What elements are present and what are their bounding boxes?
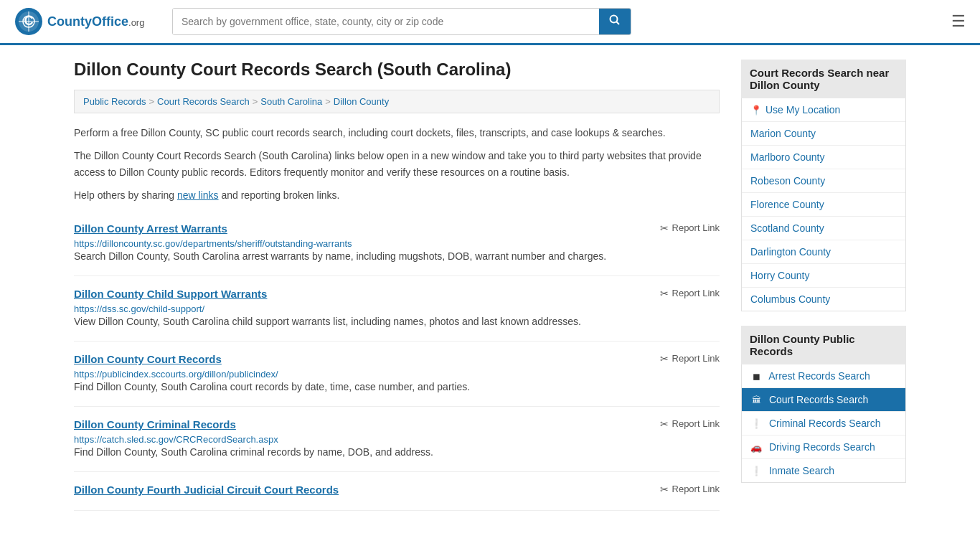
- sidebar-item-link[interactable]: Florence County: [750, 199, 824, 210]
- sidebar-item-link[interactable]: Marion County: [750, 128, 816, 139]
- record-title[interactable]: Dillon County Fourth Judicial Circuit Co…: [74, 484, 339, 496]
- record-item: Dillon County Criminal Records ✂ Report …: [74, 407, 720, 472]
- sidebar-driving-records[interactable]: 🚗 Driving Records Search: [742, 435, 905, 459]
- sidebar-item-link[interactable]: Columbus County: [750, 293, 830, 305]
- record-title[interactable]: Dillon County Arrest Warrants: [74, 222, 227, 235]
- arrest-records-icon: ◼: [750, 371, 762, 382]
- breadcrumb-public-records[interactable]: Public Records: [83, 96, 146, 107]
- report-link-icon: ✂: [660, 353, 669, 364]
- breadcrumb-sep-3: >: [325, 96, 331, 107]
- sidebar-use-location[interactable]: 📍 Use My Location: [742, 98, 905, 122]
- logo-area: C CountyOffice.org: [14, 7, 158, 36]
- record-title[interactable]: Dillon County Child Support Warrants: [74, 288, 267, 300]
- record-desc: Search Dillon County, South Carolina arr…: [74, 249, 720, 264]
- logo-icon: C: [14, 7, 43, 36]
- svg-line-7: [617, 22, 620, 25]
- sidebar-item[interactable]: Marlboro County: [742, 146, 905, 169]
- criminal-records-icon: ❕: [750, 418, 762, 429]
- sidebar-item[interactable]: Columbus County: [742, 288, 905, 311]
- record-title[interactable]: Dillon County Criminal Records: [74, 418, 236, 430]
- sidebar-public-records-section: Dillon County Public Records ◼ Arrest Re…: [741, 326, 906, 483]
- report-link-button[interactable]: ✂ Report Link: [660, 353, 720, 364]
- page-title: Dillon County Court Records Search (Sout…: [74, 60, 720, 80]
- new-links-link[interactable]: new links: [177, 189, 219, 201]
- report-link-icon: ✂: [660, 484, 669, 495]
- record-url[interactable]: https://dss.sc.gov/child-support/: [74, 303, 204, 314]
- inmate-search-icon: ❕: [750, 466, 762, 476]
- record-url[interactable]: https://catch.sled.sc.gov/CRCRecordSearc…: [74, 434, 278, 445]
- arrest-records-link[interactable]: Arrest Records Search: [768, 370, 870, 382]
- record-header: Dillon County Court Records ✂ Report Lin…: [74, 353, 720, 365]
- record-header: Dillon County Child Support Warrants ✂ R…: [74, 288, 720, 300]
- breadcrumb-dillon-county[interactable]: Dillon County: [334, 96, 389, 107]
- criminal-records-link[interactable]: Criminal Records Search: [769, 418, 881, 429]
- record-item: Dillon County Child Support Warrants ✂ R…: [74, 276, 720, 342]
- search-bar: [172, 8, 631, 35]
- sidebar-court-records[interactable]: 🏛 Court Records Search: [742, 388, 905, 412]
- record-url[interactable]: https://publicindex.sccourts.org/dillon/…: [74, 369, 278, 380]
- record-item: Dillon County Court Records ✂ Report Lin…: [74, 342, 720, 407]
- report-link-icon: ✂: [660, 418, 669, 430]
- sidebar-item[interactable]: Scotland County: [742, 217, 905, 240]
- record-title[interactable]: Dillon County Court Records: [74, 353, 222, 365]
- court-records-icon: 🏛: [750, 395, 762, 405]
- sidebar-inmate-search[interactable]: ❕ Inmate Search: [742, 459, 905, 482]
- menu-icon[interactable]: ☰: [951, 12, 966, 31]
- record-header: Dillon County Criminal Records ✂ Report …: [74, 418, 720, 430]
- driving-records-link[interactable]: Driving Records Search: [769, 441, 875, 453]
- record-url[interactable]: https://dilloncounty.sc.gov/departments/…: [74, 238, 352, 249]
- breadcrumb-south-carolina[interactable]: South Carolina: [260, 96, 322, 107]
- sidebar-nearby-title: Court Records Search near Dillon County: [741, 60, 906, 98]
- sidebar-public-records-title: Dillon County Public Records: [741, 326, 906, 364]
- logo-text: CountyOffice.org: [47, 14, 144, 29]
- sidebar-item-link[interactable]: Scotland County: [750, 222, 824, 234]
- sidebar-item[interactable]: Robeson County: [742, 169, 905, 193]
- sidebar-item-link[interactable]: Robeson County: [750, 175, 825, 187]
- sidebar-item[interactable]: Marion County: [742, 122, 905, 146]
- intro-para-3: Help others by sharing new links and rep…: [74, 187, 720, 203]
- record-desc: Find Dillon County, South Carolina crimi…: [74, 445, 720, 460]
- record-desc: View Dillon County, South Carolina child…: [74, 314, 720, 329]
- sidebar-public-records-list: ◼ Arrest Records Search 🏛 Court Records …: [741, 364, 906, 483]
- sidebar-nearby-section: Court Records Search near Dillon County …: [741, 60, 906, 311]
- records-list: Dillon County Arrest Warrants ✂ Report L…: [74, 211, 720, 511]
- sidebar-item[interactable]: Darlington County: [742, 240, 905, 264]
- sidebar-item[interactable]: Florence County: [742, 193, 905, 217]
- inmate-search-link[interactable]: Inmate Search: [769, 465, 834, 476]
- driving-records-icon: 🚗: [750, 442, 762, 453]
- intro-para-1: Perform a free Dillon County, SC public …: [74, 125, 720, 141]
- report-link-icon: ✂: [660, 288, 669, 299]
- main-container: Dillon County Court Records Search (Sout…: [60, 45, 920, 525]
- report-link-button[interactable]: ✂ Report Link: [660, 484, 720, 495]
- breadcrumb-sep-1: >: [149, 96, 154, 107]
- location-pin-icon: 📍: [750, 105, 762, 116]
- court-records-link[interactable]: Court Records Search: [769, 394, 869, 405]
- report-link-button[interactable]: ✂ Report Link: [660, 288, 720, 299]
- record-item: Dillon County Arrest Warrants ✂ Report L…: [74, 211, 720, 276]
- record-header: Dillon County Arrest Warrants ✂ Report L…: [74, 222, 720, 235]
- search-icon: [609, 14, 621, 26]
- record-desc: Find Dillon County, South Carolina court…: [74, 380, 720, 395]
- sidebar-item-link[interactable]: Darlington County: [750, 246, 831, 258]
- sidebar-criminal-records[interactable]: ❕ Criminal Records Search: [742, 412, 905, 435]
- breadcrumb-court-records[interactable]: Court Records Search: [157, 96, 250, 107]
- sidebar-item[interactable]: Horry County: [742, 264, 905, 288]
- search-input[interactable]: [173, 9, 599, 34]
- breadcrumb: Public Records > Court Records Search > …: [74, 90, 720, 113]
- sidebar-item-link[interactable]: Horry County: [750, 270, 809, 281]
- record-header: Dillon County Fourth Judicial Circuit Co…: [74, 484, 720, 496]
- svg-point-6: [611, 16, 618, 23]
- sidebar-nearby-list: 📍 Use My Location Marion County Marlboro…: [741, 98, 906, 311]
- search-button[interactable]: [599, 9, 631, 34]
- sidebar-item-link[interactable]: Marlboro County: [750, 151, 825, 163]
- sidebar-arrest-records[interactable]: ◼ Arrest Records Search: [742, 364, 905, 388]
- report-link-button[interactable]: ✂ Report Link: [660, 222, 720, 234]
- report-link-icon: ✂: [660, 222, 669, 234]
- sidebar: Court Records Search near Dillon County …: [741, 60, 906, 511]
- use-location-link[interactable]: Use My Location: [765, 104, 840, 116]
- intro-para-2: The Dillon County Court Records Search (…: [74, 148, 720, 180]
- record-item: Dillon County Fourth Judicial Circuit Co…: [74, 472, 720, 511]
- main-content: Dillon County Court Records Search (Sout…: [74, 60, 720, 511]
- site-header: C CountyOffice.org ☰: [0, 0, 980, 45]
- report-link-button[interactable]: ✂ Report Link: [660, 418, 720, 430]
